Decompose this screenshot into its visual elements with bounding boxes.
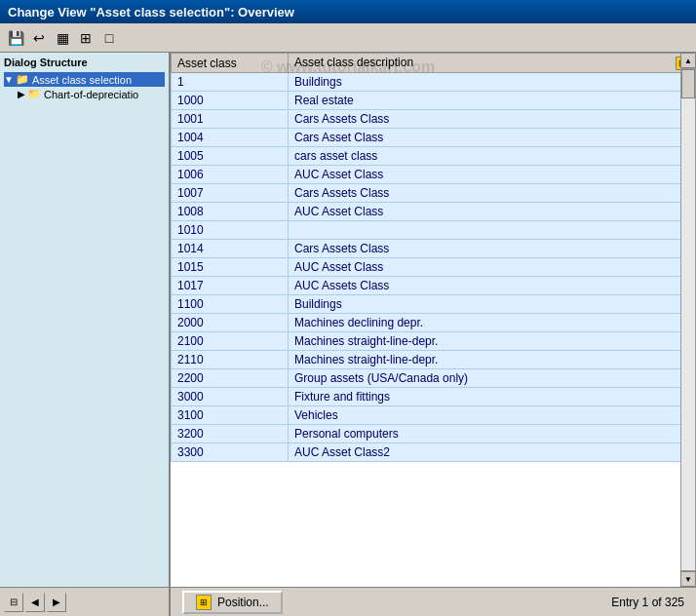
table-row[interactable]: 1006AUC Asset Class xyxy=(172,166,696,184)
cell-asset-class: 1100 xyxy=(172,295,289,314)
table-row[interactable]: 2200Group assets (USA/Canada only) xyxy=(172,369,696,388)
arrow-icon: ▼ xyxy=(4,74,14,85)
table-row[interactable]: 1001Cars Assets Class xyxy=(172,110,696,129)
cell-asset-class: 3100 xyxy=(172,406,289,425)
table-body: 1Buildings1000Real estate1001Cars Assets… xyxy=(172,73,696,462)
sidebar-item-asset-class-selection[interactable]: ▼ 📁 Asset class selection xyxy=(4,72,165,87)
col-description: Asset class description ⊞ xyxy=(289,54,696,73)
sidebar-item-label: Asset class selection xyxy=(32,74,132,86)
cell-asset-class: 1014 xyxy=(172,240,289,258)
cell-description: Cars Asset Class xyxy=(289,129,696,147)
cell-asset-class: 2110 xyxy=(172,351,289,369)
cell-asset-class: 1001 xyxy=(172,110,289,129)
extra-icon[interactable]: □ xyxy=(99,28,119,48)
table-row[interactable]: 3300AUC Asset Class2 xyxy=(172,443,696,462)
cell-description: Cars Assets Class xyxy=(289,184,696,203)
table-row[interactable]: 1017AUC Assets Class xyxy=(172,277,696,295)
table-row[interactable]: 1100Buildings xyxy=(172,295,696,314)
cell-asset-class: 1017 xyxy=(172,277,289,295)
table-row[interactable]: 2110Machines straight-line-depr. xyxy=(172,351,696,369)
bottom-left-nav: ⊟ ◀ ▶ xyxy=(0,587,171,616)
cell-description: Group assets (USA/Canada only) xyxy=(289,369,696,388)
vertical-scrollbar[interactable]: ▲ ▼ xyxy=(680,53,696,587)
cell-description: AUC Asset Class xyxy=(289,166,696,184)
cell-description: Buildings xyxy=(289,73,696,92)
undo-icon[interactable]: ↩ xyxy=(29,28,49,48)
title-text: Change View "Asset class selection": Ove… xyxy=(8,5,294,19)
sidebar-item-chart-depreciation[interactable]: ▶ 📁 Chart-of-depreciatio xyxy=(18,87,165,101)
save-icon[interactable]: 💾 xyxy=(6,28,25,48)
nav-left-icon[interactable]: ⊟ xyxy=(4,593,23,612)
table-row[interactable]: 1015AUC Asset Class xyxy=(172,258,696,277)
cell-description: AUC Asset Class xyxy=(289,258,696,277)
cell-description: Vehicles xyxy=(289,406,696,425)
nav-next-button[interactable]: ▶ xyxy=(47,593,66,612)
table-row[interactable]: 3000Fixture and fittings xyxy=(172,388,696,406)
cell-asset-class: 1010 xyxy=(172,221,289,240)
cell-description: Cars Assets Class xyxy=(289,110,696,129)
scroll-track[interactable] xyxy=(680,68,696,571)
position-button-label: Position... xyxy=(217,596,269,609)
table-container[interactable]: Asset class Asset class description ⊞ 1B… xyxy=(171,53,696,587)
cell-asset-class: 2200 xyxy=(172,369,289,388)
title-bar: Change View "Asset class selection": Ove… xyxy=(0,0,696,23)
cell-asset-class: 1015 xyxy=(172,258,289,277)
cell-asset-class: 2000 xyxy=(172,314,289,332)
table-icon[interactable]: ▦ xyxy=(53,28,72,48)
scroll-up-button[interactable]: ▲ xyxy=(680,53,696,68)
settings-icon[interactable]: ⊞ xyxy=(76,28,96,48)
status-bar: ⊞ Position... Entry 1 of 325 xyxy=(171,587,696,616)
cell-description: AUC Assets Class xyxy=(289,277,696,295)
cell-description: Machines straight-line-depr. xyxy=(289,351,696,369)
table-row[interactable]: 1000Real estate xyxy=(172,92,696,110)
position-icon: ⊞ xyxy=(196,595,212,610)
toolbar: 💾 ↩ ▦ ⊞ □ xyxy=(0,23,696,53)
cell-asset-class: 3000 xyxy=(172,388,289,406)
cell-asset-class: 1007 xyxy=(172,184,289,203)
table-row[interactable]: 1010 xyxy=(172,221,696,240)
cell-asset-class: 1006 xyxy=(172,166,289,184)
cell-asset-class: 3200 xyxy=(172,425,289,443)
table-panel: Asset class Asset class description ⊞ 1B… xyxy=(171,53,696,587)
cell-description: Fixture and fittings xyxy=(289,388,696,406)
table-row[interactable]: 2100Machines straight-line-depr. xyxy=(172,332,696,351)
arrow-icon-child: ▶ xyxy=(18,89,25,99)
nav-prev-button[interactable]: ◀ xyxy=(25,593,45,612)
cell-asset-class: 1004 xyxy=(172,129,289,147)
table-row[interactable]: 1005cars asset class xyxy=(172,147,696,166)
table-row[interactable]: 2000Machines declining depr. xyxy=(172,314,696,332)
folder-icon: 📁 xyxy=(16,73,29,86)
table-row[interactable]: 1008AUC Asset Class xyxy=(172,203,696,221)
tree-child: ▶ 📁 Chart-of-depreciatio xyxy=(18,87,165,101)
table-row[interactable]: 3200Personal computers xyxy=(172,425,696,443)
cell-description: AUC Asset Class xyxy=(289,203,696,221)
cell-asset-class: 2100 xyxy=(172,332,289,351)
cell-asset-class: 1 xyxy=(172,73,289,92)
scroll-thumb[interactable] xyxy=(681,69,695,98)
col-asset-class: Asset class xyxy=(172,54,289,73)
table-row[interactable]: 3100Vehicles xyxy=(172,406,696,425)
cell-description: Real estate xyxy=(289,92,696,110)
table-row[interactable]: 1007Cars Assets Class xyxy=(172,184,696,203)
cell-description: Buildings xyxy=(289,295,696,314)
table-header-row: Asset class Asset class description ⊞ xyxy=(172,54,696,73)
table-row[interactable]: 1Buildings xyxy=(172,73,696,92)
cell-description: Machines straight-line-depr. xyxy=(289,332,696,351)
cell-description: Machines declining depr. xyxy=(289,314,696,332)
table-row[interactable]: 1004Cars Asset Class xyxy=(172,129,696,147)
cell-asset-class: 1005 xyxy=(172,147,289,166)
cell-asset-class: 1000 xyxy=(172,92,289,110)
cell-description xyxy=(289,221,696,240)
position-button[interactable]: ⊞ Position... xyxy=(182,591,283,614)
table-row[interactable]: 1014Cars Assets Class xyxy=(172,240,696,258)
cell-description: Cars Assets Class xyxy=(289,240,696,258)
cell-asset-class: 1008 xyxy=(172,203,289,221)
sidebar-item-label-child: Chart-of-depreciatio xyxy=(44,89,138,100)
dialog-structure-panel: Dialog Structure ▼ 📁 Asset class selecti… xyxy=(0,53,171,587)
cell-description: AUC Asset Class2 xyxy=(289,443,696,462)
dialog-structure-title: Dialog Structure xyxy=(4,57,165,68)
bottom-section: ⊟ ◀ ▶ ⊞ Position... Entry 1 of 325 xyxy=(0,587,696,616)
folder-icon-child: 📁 xyxy=(27,88,41,100)
scroll-down-button[interactable]: ▼ xyxy=(680,571,696,587)
cell-description: Personal computers xyxy=(289,425,696,443)
